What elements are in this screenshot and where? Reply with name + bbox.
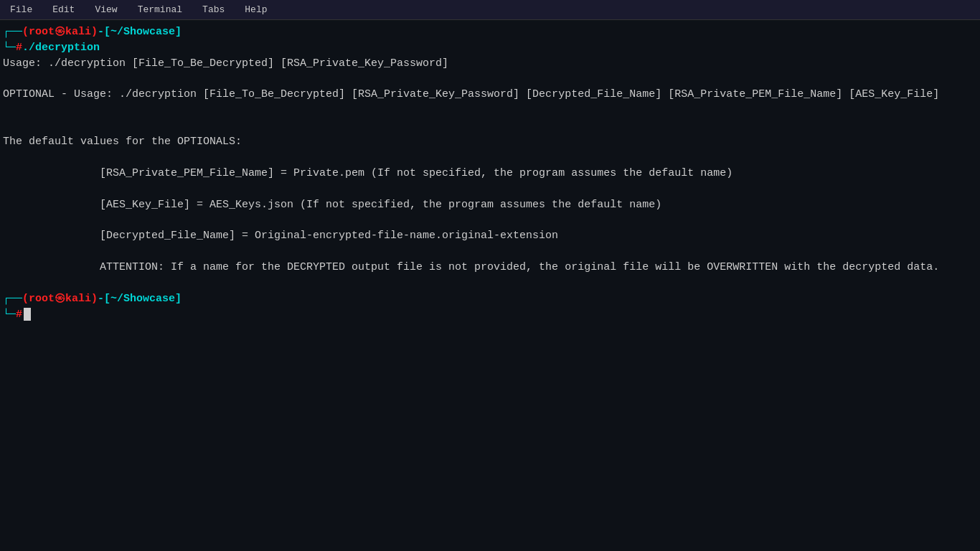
empty-7 bbox=[0, 244, 980, 260]
path-bracket-1: - bbox=[98, 24, 104, 40]
empty-8 bbox=[0, 276, 980, 291]
command-1: ./decryption bbox=[22, 40, 100, 56]
hash-2: # bbox=[16, 307, 22, 323]
empty-5 bbox=[0, 182, 980, 197]
rsa-pem-line: [RSA_Private_PEM_File_Name] = Private.pe… bbox=[0, 166, 980, 182]
attention-line: ATTENTION: If a name for the DECRYPTED o… bbox=[0, 260, 980, 276]
bracket-open-1: ┌── bbox=[3, 24, 22, 40]
empty-3 bbox=[0, 118, 980, 134]
terminal-content: ┌──(root㉿kali)-[~/Showcase] └─# ./decryp… bbox=[0, 24, 980, 322]
prompt-line-1: ┌──(root㉿kali)-[~/Showcase] bbox=[0, 24, 980, 40]
hash-1: # bbox=[16, 40, 22, 56]
aes-key-line: [AES_Key_File] = AES_Keys.json (If not s… bbox=[0, 197, 980, 213]
usage-line: Usage: ./decryption [File_To_Be_Decrypte… bbox=[0, 56, 980, 72]
prompt-command-line-2: └─# bbox=[0, 307, 980, 323]
menu-help[interactable]: Help bbox=[240, 3, 271, 17]
decrypted-filename-line: [Decrypted_File_Name] = Original-encrypt… bbox=[0, 228, 980, 244]
path-1: [~/Showcase] bbox=[104, 24, 182, 40]
terminal-cursor bbox=[24, 308, 31, 321]
menubar: File Edit View Terminal Tabs Help bbox=[0, 0, 980, 20]
path-2: [~/Showcase] bbox=[104, 291, 182, 307]
menu-view[interactable]: View bbox=[90, 3, 121, 17]
user-host-1: (root㉿kali) bbox=[22, 24, 98, 40]
prompt-command-line-1: └─# ./decryption bbox=[0, 40, 980, 56]
default-values-line: The default values for the OPTIONALS: bbox=[0, 134, 980, 150]
terminal-body: ┌──(root㉿kali)-[~/Showcase] └─# ./decryp… bbox=[0, 20, 980, 551]
empty-6 bbox=[0, 212, 980, 228]
empty-4 bbox=[0, 150, 980, 166]
prompt-corner-1: └─ bbox=[3, 40, 16, 56]
bracket-open-2: ┌── bbox=[3, 291, 22, 307]
empty-1 bbox=[0, 71, 980, 87]
optional-line: OPTIONAL - Usage: ./decryption [File_To_… bbox=[0, 87, 980, 103]
prompt-line-2: ┌──(root㉿kali)-[~/Showcase] bbox=[0, 291, 980, 307]
path-bracket-2: - bbox=[98, 291, 104, 307]
menu-tabs[interactable]: Tabs bbox=[198, 3, 229, 17]
menu-edit[interactable]: Edit bbox=[48, 3, 79, 17]
empty-2 bbox=[0, 103, 980, 118]
user-host-2: (root㉿kali) bbox=[22, 291, 98, 307]
menu-file[interactable]: File bbox=[6, 3, 37, 17]
menu-terminal[interactable]: Terminal bbox=[133, 3, 187, 17]
prompt-corner-2: └─ bbox=[3, 307, 16, 323]
